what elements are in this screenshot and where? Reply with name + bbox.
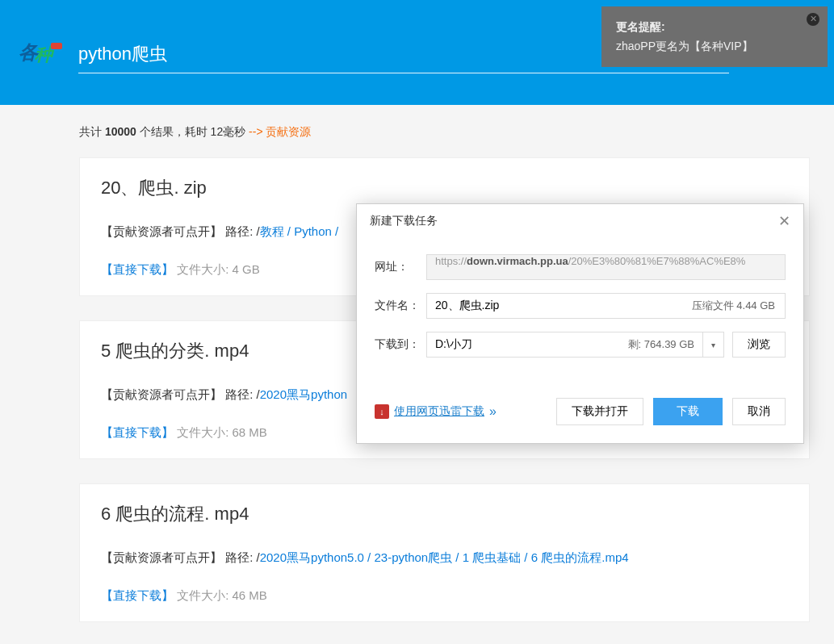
svg-rect-2 — [51, 43, 62, 49]
notification-body: zhaoPP更名为【各种VIP】 — [616, 37, 795, 55]
folder-input[interactable] — [427, 338, 620, 351]
path-link[interactable]: 2020黑马python5.0 — [260, 550, 364, 564]
logo: 各 种 — [12, 28, 69, 77]
path-link[interactable]: Python — [294, 224, 332, 238]
result-summary: 共计 10000 个结果，耗时 12毫秒 贡献资源 — [79, 125, 810, 140]
result-title[interactable]: 20、爬虫. zip — [101, 176, 788, 200]
direct-download-link[interactable]: 【直接下载】 — [101, 425, 174, 439]
path-link[interactable]: 1 爬虫基础 — [463, 550, 522, 564]
result-item: 6 爬虫的流程. mp4 【贡献资源者可点开】 路径: /2020黑马pytho… — [79, 483, 810, 622]
dialog-title: 新建下载任务 — [370, 214, 438, 228]
file-size: 文件大小: 68 MB — [177, 425, 267, 439]
download-and-open-button[interactable]: 下载并打开 — [556, 398, 643, 425]
filename-input[interactable] — [427, 299, 682, 312]
path-link[interactable]: 教程 — [260, 224, 284, 238]
result-title[interactable]: 6 爬虫的流程. mp4 — [101, 502, 788, 526]
cancel-button[interactable]: 取消 — [732, 398, 786, 425]
rename-notification: 更名提醒: zhaoPP更名为【各种VIP】 ✕ — [601, 6, 828, 67]
filename-label: 文件名： — [375, 299, 426, 313]
xunlei-link[interactable]: ↓ 使用网页迅雷下载 » — [375, 404, 497, 419]
file-size: 文件大小: 46 MB — [177, 588, 267, 602]
close-icon[interactable]: ✕ — [807, 13, 819, 26]
direct-download-link[interactable]: 【直接下载】 — [101, 588, 174, 602]
file-type-size: 压缩文件 4.44 GB — [682, 299, 785, 313]
path-link[interactable]: 6 爬虫的流程.mp4 — [531, 550, 629, 564]
close-icon[interactable]: ✕ — [778, 212, 790, 230]
xunlei-icon: ↓ — [375, 404, 389, 419]
url-label: 网址： — [375, 260, 426, 274]
browse-button[interactable]: 浏览 — [732, 332, 786, 358]
direct-download-link[interactable]: 【直接下载】 — [101, 262, 174, 276]
remaining-space: 剩: 764.39 GB — [620, 337, 702, 352]
url-input[interactable]: https://down.virmach.pp.ua/20%E3%80%81%E… — [426, 254, 786, 280]
chevron-right-icon: » — [489, 404, 497, 419]
chevron-down-icon[interactable]: ▾ — [703, 332, 724, 358]
folder-label: 下载到： — [375, 337, 426, 352]
result-path: 【贡献资源者可点开】 路径: /2020黑马python5.0 / 23-pyt… — [101, 550, 788, 566]
contribute-link[interactable]: 贡献资源 — [249, 125, 311, 138]
path-link[interactable]: 2020黑马python — [260, 387, 347, 401]
download-dialog: 新建下载任务 ✕ 网址： https://down.virmach.pp.ua/… — [356, 203, 804, 444]
file-size: 文件大小: 4 GB — [177, 262, 260, 276]
path-link[interactable]: 23-python爬虫 — [374, 550, 452, 564]
download-button[interactable]: 下载 — [653, 398, 723, 425]
notification-title: 更名提醒: — [616, 18, 795, 36]
